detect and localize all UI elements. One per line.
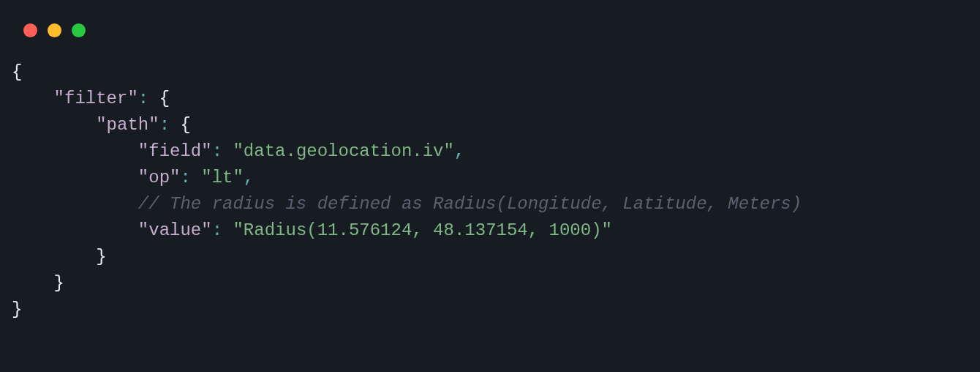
json-value-field: "data.geolocation.iv" — [233, 141, 453, 161]
indent — [12, 141, 138, 161]
close-brace: } — [96, 247, 106, 267]
indent — [12, 168, 138, 187]
open-brace: { — [12, 62, 22, 82]
code-line-10: } — [12, 297, 980, 323]
colon: : — [212, 220, 233, 240]
colon: : — [138, 89, 159, 108]
indent — [12, 115, 96, 135]
code-line-6: // The radius is defined as Radius(Longi… — [12, 191, 980, 217]
json-value-radius: "Radius(11.576124, 48.137154, 1000)" — [233, 220, 611, 240]
indent — [12, 89, 54, 108]
close-brace: } — [12, 300, 22, 319]
comma: , — [454, 141, 464, 161]
close-window-icon[interactable] — [23, 23, 37, 37]
code-line-3: "path": { — [12, 112, 980, 138]
json-value-op: "lt" — [201, 168, 244, 187]
code-line-4: "field": "data.geolocation.iv", — [12, 138, 980, 165]
window-controls — [0, 0, 980, 37]
indent — [12, 247, 96, 267]
code-line-5: "op": "lt", — [12, 165, 980, 191]
comma: , — [244, 168, 254, 187]
minimize-window-icon[interactable] — [48, 23, 61, 37]
json-key-path: "path" — [96, 115, 159, 135]
indent — [12, 273, 54, 293]
json-key-filter: "filter" — [54, 89, 138, 108]
code-line-9: } — [12, 270, 980, 297]
code-block: { "filter": { "path": { "field": "data.g… — [0, 37, 980, 323]
indent — [12, 220, 138, 240]
json-key-value: "value" — [138, 220, 212, 240]
json-key-op: "op" — [138, 168, 181, 187]
colon: : — [159, 115, 181, 135]
close-brace: } — [54, 273, 64, 293]
colon: : — [212, 141, 233, 161]
code-line-8: } — [12, 244, 980, 270]
code-line-2: "filter": { — [12, 86, 980, 112]
open-brace: { — [159, 89, 170, 108]
indent — [12, 194, 138, 214]
code-line-7: "value": "Radius(11.576124, 48.137154, 1… — [12, 217, 980, 244]
colon: : — [180, 168, 201, 187]
json-key-field: "field" — [138, 141, 212, 161]
code-comment: // The radius is defined as Radius(Longi… — [138, 194, 802, 214]
maximize-window-icon[interactable] — [72, 23, 86, 37]
open-brace: { — [180, 115, 190, 135]
code-line-1: { — [12, 59, 980, 86]
